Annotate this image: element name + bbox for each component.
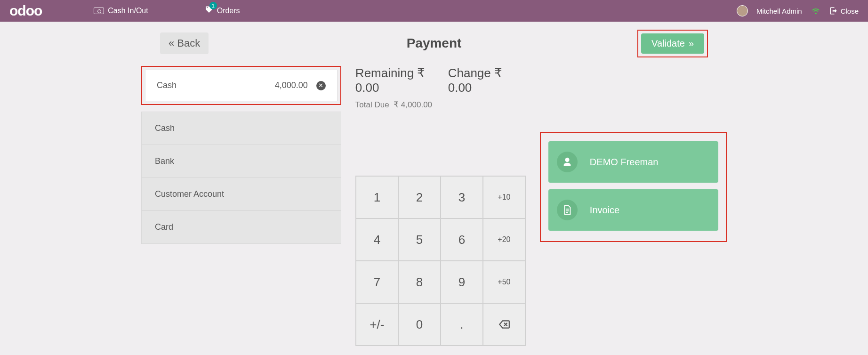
numpad-plus50[interactable]: +50	[483, 261, 525, 303]
numpad-8[interactable]: 8	[398, 261, 441, 303]
selected-amount: 4,000.00	[275, 81, 308, 90]
numpad: 1 2 3 +10 4 5 6 +20 7 8 9 +50 +/- 0 .	[355, 176, 526, 346]
page-title: Payment	[407, 36, 462, 51]
left-column: Cash 4,000.00 ✕ Cash Bank Customer Accou…	[141, 66, 341, 244]
change-amount: Change ₹ 0.00	[448, 66, 526, 95]
payment-method-list: Cash Bank Customer Account Card	[141, 112, 341, 244]
backspace-icon	[498, 318, 510, 331]
numpad-2[interactable]: 2	[398, 176, 441, 218]
avatar[interactable]	[737, 5, 748, 16]
cash-icon	[94, 8, 104, 14]
invoice-button[interactable]: Invoice	[548, 189, 718, 231]
numpad-7[interactable]: 7	[356, 261, 398, 303]
selected-method-label: Cash	[157, 81, 177, 90]
topbar-right: Mitchell Admin Close	[737, 5, 859, 16]
validate-button[interactable]: Validate »	[641, 33, 704, 54]
totals-row: Remaining ₹ 0.00 Total Due ₹ 4,000.00 Ch…	[355, 66, 526, 110]
close-button[interactable]: Close	[829, 7, 859, 15]
numpad-0[interactable]: 0	[398, 303, 441, 346]
content: « Back Payment Validate » Cash 4,000.00 …	[0, 22, 868, 346]
orders-icon-wrap: 1	[205, 6, 213, 16]
numpad-6[interactable]: 6	[441, 218, 483, 261]
invoice-icon-circle	[557, 200, 578, 220]
numpad-plus-minus[interactable]: +/-	[356, 303, 398, 346]
cash-in-out-label: Cash In/Out	[108, 7, 148, 15]
numpad-3[interactable]: 3	[441, 176, 483, 218]
total-due: Total Due ₹ 4,000.00	[355, 100, 448, 110]
payment-method-customer-account[interactable]: Customer Account	[142, 178, 341, 211]
due-label: Total Due	[355, 100, 389, 109]
wifi-icon	[811, 6, 821, 16]
chevron-right-icon: »	[689, 38, 694, 49]
numpad-4[interactable]: 4	[356, 218, 398, 261]
payment-method-bank[interactable]: Bank	[142, 145, 341, 178]
customer-button[interactable]: DEMO Freeman	[548, 141, 718, 183]
numpad-backspace[interactable]	[483, 303, 525, 346]
customer-label: DEMO Freeman	[590, 157, 659, 168]
clear-payment-icon[interactable]: ✕	[316, 81, 326, 90]
logo: odoo	[9, 3, 42, 19]
back-label: Back	[177, 37, 200, 49]
payment-method-card[interactable]: Card	[142, 211, 341, 243]
numpad-plus20[interactable]: +20	[483, 218, 525, 261]
user-name: Mitchell Admin	[756, 7, 802, 15]
selected-payment-highlight: Cash 4,000.00 ✕	[141, 66, 341, 105]
user-icon	[562, 157, 572, 167]
validate-highlight: Validate »	[637, 30, 708, 57]
remaining-amount: Remaining ₹ 0.00	[355, 66, 448, 95]
numpad-9[interactable]: 9	[441, 261, 483, 303]
middle-column: Remaining ₹ 0.00 Total Due ₹ 4,000.00 Ch…	[355, 66, 526, 346]
due-value: ₹ 4,000.00	[394, 100, 432, 109]
columns: Cash 4,000.00 ✕ Cash Bank Customer Accou…	[0, 57, 868, 346]
orders-button[interactable]: 1 Orders	[205, 6, 240, 16]
numpad-dot[interactable]: .	[441, 303, 483, 346]
orders-label: Orders	[217, 7, 240, 15]
numpad-plus10[interactable]: +10	[483, 176, 525, 218]
actions-highlight: DEMO Freeman Invoice	[540, 132, 727, 242]
remaining-label: Remaining	[355, 66, 414, 80]
change-label: Change	[448, 66, 491, 80]
logout-icon	[829, 7, 838, 15]
top-bar: odoo Cash In/Out 1 Orders Mitchell Admin…	[0, 0, 868, 22]
invoice-label: Invoice	[590, 205, 619, 216]
payment-method-cash[interactable]: Cash	[142, 112, 341, 145]
numpad-5[interactable]: 5	[398, 218, 441, 261]
invoice-icon	[562, 204, 572, 216]
validate-label: Validate	[651, 38, 685, 49]
right-column: DEMO Freeman Invoice	[540, 66, 727, 242]
user-icon-circle	[557, 152, 578, 172]
close-label: Close	[841, 7, 859, 15]
orders-badge: 1	[209, 2, 217, 9]
header-row: « Back Payment Validate »	[0, 29, 868, 57]
numpad-1[interactable]: 1	[356, 176, 398, 218]
selected-payment-row[interactable]: Cash 4,000.00 ✕	[145, 70, 338, 101]
back-button[interactable]: « Back	[160, 32, 209, 54]
chevron-left-icon: «	[169, 37, 174, 49]
cash-in-out-button[interactable]: Cash In/Out	[94, 7, 148, 15]
